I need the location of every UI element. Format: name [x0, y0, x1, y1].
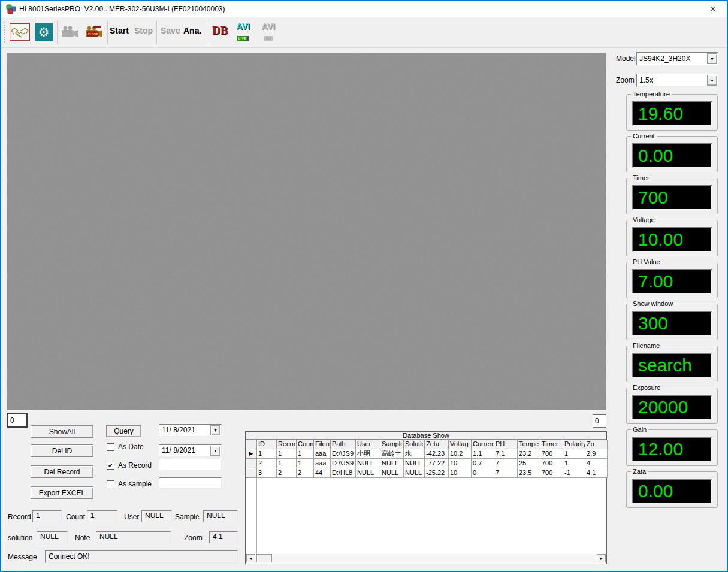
db-col-header[interactable]: Path — [331, 440, 356, 449]
db-cell[interactable]: 4.1 — [585, 468, 608, 478]
model-combo[interactable]: JS94K2_3H20X ▼ — [636, 52, 718, 65]
db-cell[interactable]: 2 — [277, 468, 297, 478]
db-col-header[interactable]: Tempe — [518, 440, 540, 449]
db-cell[interactable]: 700 — [540, 468, 563, 478]
solution-field[interactable]: NULL — [37, 531, 68, 543]
stop-button[interactable]: Stop — [134, 26, 153, 35]
db-cell[interactable]: 1 — [277, 459, 297, 468]
start-button[interactable]: Start — [110, 26, 129, 35]
db-cell[interactable]: -77.22 — [425, 459, 449, 468]
action-button-export-excel[interactable]: Export EXCEL — [31, 486, 93, 499]
toolbar-gripper[interactable] — [4, 22, 5, 44]
db-cell[interactable]: 10 — [449, 468, 472, 478]
analyze-button[interactable]: Ana. — [183, 26, 201, 35]
message-field[interactable]: Connect OK! — [45, 550, 238, 563]
record-field[interactable]: 1 — [32, 510, 62, 522]
camera-open-button[interactable] — [61, 25, 80, 40]
chevron-down-icon[interactable]: ▼ — [210, 446, 220, 456]
close-button[interactable]: × — [704, 1, 722, 17]
db-col-header[interactable]: Filena — [314, 440, 331, 449]
filter-input-as-sample[interactable] — [159, 477, 222, 489]
db-cell[interactable]: 25 — [518, 459, 540, 468]
db-col-header[interactable]: Polarity — [563, 440, 585, 449]
db-cell[interactable]: 2 — [257, 459, 277, 468]
camera-view[interactable] — [7, 53, 606, 410]
query-button[interactable]: Query — [106, 425, 141, 437]
action-button-del-record[interactable]: Del Record — [31, 465, 93, 478]
chevron-down-icon[interactable]: ▼ — [210, 425, 220, 435]
date-combo-top[interactable]: 11/ 8/2021 ▼ — [159, 424, 222, 437]
frame-counter-left[interactable]: 0 — [7, 413, 28, 428]
db-cell[interactable]: 10.2 — [449, 449, 472, 459]
count-field[interactable]: 1 — [87, 510, 117, 522]
scroll-left-arrow-icon[interactable]: ◄ — [246, 554, 255, 562]
db-cell[interactable]: NULL — [404, 468, 425, 478]
db-cell[interactable]: 1 — [297, 459, 314, 468]
db-cell[interactable]: NULL — [404, 459, 425, 468]
checkbox-as-record[interactable]: ✔ — [107, 462, 114, 470]
db-cell[interactable]: 700 — [540, 459, 563, 468]
db-cell[interactable]: 23.2 — [518, 449, 540, 459]
database-button[interactable]: DB — [212, 24, 228, 37]
horizontal-scrollbar[interactable]: ◄ ► — [246, 554, 606, 563]
db-cell[interactable]: 7 — [494, 459, 518, 468]
db-cell[interactable]: 0.7 — [472, 459, 494, 468]
db-col-header[interactable]: Zeta — [425, 440, 449, 449]
zoom-combo[interactable]: 1.5x ▼ — [636, 74, 718, 87]
date-combo-as-date[interactable]: 11/ 8/2021▼ — [159, 444, 222, 457]
db-cell[interactable]: D:\HL8 — [331, 468, 356, 478]
db-cell[interactable]: 44 — [314, 468, 331, 478]
db-cell[interactable]: 7.1 — [494, 449, 518, 459]
db-cell[interactable]: NULL — [356, 468, 380, 478]
db-cell[interactable]: 2.9 — [585, 449, 608, 459]
checkbox-as-sample[interactable] — [107, 480, 114, 488]
camera-close-button[interactable]: CLOSE — [84, 25, 104, 40]
zoom-detail-field[interactable]: 4.1 — [209, 531, 238, 543]
db-cell[interactable]: 0 — [472, 468, 494, 478]
connect-button[interactable] — [10, 23, 30, 41]
db-col-header[interactable]: PH — [494, 440, 518, 449]
db-cell[interactable]: NULL — [380, 468, 404, 478]
db-cell[interactable]: 1 — [277, 449, 297, 459]
db-cell[interactable]: 4 — [585, 459, 608, 468]
db-cell[interactable]: 水 — [404, 449, 425, 459]
db-cell[interactable]: 高岭土 — [380, 449, 404, 459]
db-cell[interactable]: D:\\JS9 — [331, 449, 356, 459]
db-cell[interactable]: aaa — [314, 449, 331, 459]
note-field[interactable]: NULL — [96, 531, 171, 543]
filter-input-as-record[interactable] — [159, 459, 222, 470]
db-col-header[interactable]: Coun — [297, 440, 314, 449]
db-cell[interactable]: 1 — [563, 459, 585, 468]
chevron-down-icon[interactable]: ▼ — [707, 53, 717, 64]
db-col-header[interactable]: Recor — [277, 440, 297, 449]
settings-button[interactable]: ⚙ — [35, 23, 53, 41]
row-selector[interactable] — [246, 459, 257, 468]
db-col-header[interactable]: Sample — [380, 440, 404, 449]
avi-live-button[interactable]: AVI LIVE — [233, 22, 253, 43]
db-cell[interactable]: NULL — [356, 459, 380, 468]
db-cell[interactable]: D:\\JS9 — [331, 459, 356, 468]
sample-field[interactable]: NULL — [203, 510, 238, 522]
db-cell[interactable]: NULL — [380, 459, 404, 468]
user-field[interactable]: NULL — [141, 510, 172, 522]
db-cell[interactable]: 3 — [257, 468, 277, 478]
row-selector[interactable]: ▶ — [246, 449, 257, 459]
checkbox-as-date[interactable] — [107, 443, 114, 451]
db-cell[interactable]: 2 — [297, 468, 314, 478]
scrollbar-thumb[interactable] — [256, 554, 272, 562]
db-cell[interactable]: -42.23 — [425, 449, 449, 459]
db-cell[interactable]: 700 — [540, 449, 563, 459]
db-cell[interactable]: 23.5 — [518, 468, 540, 478]
db-col-header[interactable]: Zo — [585, 440, 608, 449]
save-button[interactable]: Save — [161, 26, 180, 35]
db-col-header[interactable]: ID — [257, 440, 277, 449]
action-button-del-id[interactable]: Del ID — [31, 444, 93, 457]
db-cell[interactable]: -1 — [563, 468, 585, 478]
db-cell[interactable]: 10 — [449, 459, 472, 468]
db-cell[interactable]: 小明 — [356, 449, 380, 459]
scroll-right-arrow-icon[interactable]: ► — [597, 554, 606, 562]
db-cell[interactable]: 1 — [297, 449, 314, 459]
chevron-down-icon[interactable]: ▼ — [707, 75, 717, 86]
db-col-header[interactable]: Curren — [472, 440, 494, 449]
row-selector[interactable] — [246, 468, 257, 478]
